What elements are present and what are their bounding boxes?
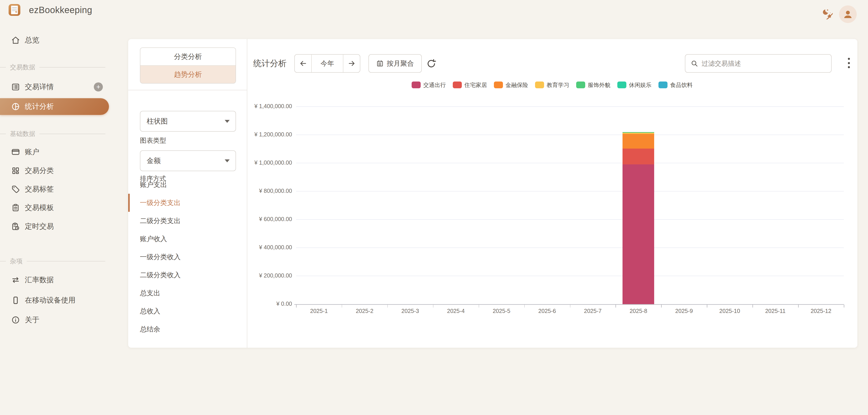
y-axis-tick-label: ¥ 1,200,000.00 <box>224 131 292 138</box>
info-icon <box>11 316 20 324</box>
bar-segment-交通出行[interactable] <box>622 164 654 304</box>
sidebar-item-overview[interactable]: 总览 <box>0 32 113 48</box>
bar-segment-金融保险[interactable] <box>622 134 654 148</box>
legend-item[interactable]: 服饰外貌 <box>576 81 611 89</box>
sidebar-item-exchange-rates[interactable]: 汇率数据 <box>0 272 113 288</box>
bar-segment-教育学习[interactable] <box>622 133 654 134</box>
metric-list-item[interactable]: 一级分类支出 <box>128 194 247 212</box>
x-axis-tick-label: 2025-1 <box>299 308 339 314</box>
x-axis-tick-label: 2025-9 <box>664 308 704 314</box>
refresh-button[interactable] <box>426 59 436 70</box>
sidebar-item-tags[interactable]: 交易标签 <box>0 181 113 198</box>
sidebar-item-label: 定时交易 <box>25 221 54 232</box>
app-logo-icon: $ <box>8 4 20 16</box>
metric-list-item[interactable]: 账户收入 <box>128 230 247 248</box>
analysis-tab-group: 分类分析 趋势分析 <box>140 47 236 83</box>
sidebar-item-accounts[interactable]: 账户 <box>0 144 113 160</box>
legend-swatch <box>494 81 503 88</box>
add-transaction-button[interactable]: + <box>94 82 103 92</box>
next-range-button[interactable] <box>343 55 360 72</box>
x-axis-tick <box>524 305 525 308</box>
sidebar-item-mobile[interactable]: 在移动设备使用 <box>0 292 113 309</box>
calendar-icon <box>376 60 383 67</box>
sidebar-item-templates[interactable]: 交易模板 <box>0 199 113 216</box>
sidebar-item-label: 总览 <box>25 35 39 45</box>
tab-category-analysis[interactable]: 分类分析 <box>141 48 236 65</box>
sidebar-item-statistics[interactable]: 统计分析 <box>0 98 109 115</box>
legend-label: 住宅家居 <box>465 81 487 89</box>
sidebar-item-label: 统计分析 <box>25 102 54 111</box>
legend-item[interactable]: 交通出行 <box>412 81 446 89</box>
sidebar-item-about[interactable]: 关于 <box>0 312 113 328</box>
user-avatar[interactable] <box>839 5 857 23</box>
bar-segment-服饰外貌[interactable] <box>622 132 654 133</box>
sort-mode-value: 金额 <box>147 156 225 166</box>
x-axis-tick <box>752 305 753 308</box>
sidebar-item-categories[interactable]: 交易分类 <box>0 162 113 179</box>
statistics-card: 分类分析 趋势分析 图表类型 柱状图 排序方式 金额 账户支出一级分类支出二级分… <box>128 39 857 348</box>
bar-segment-住宅家居[interactable] <box>622 148 654 164</box>
categories-grid-icon <box>11 166 20 175</box>
search-box <box>685 54 832 73</box>
x-axis-tick <box>798 305 799 308</box>
aggregate-by-month-label: 按月聚合 <box>387 59 414 68</box>
metric-list-item[interactable]: 总支出 <box>128 284 247 302</box>
legend-item[interactable]: 金融保险 <box>494 81 528 89</box>
date-range-button[interactable]: 今年 <box>311 55 343 72</box>
clipboard-icon <box>11 203 20 212</box>
chevron-down-icon <box>225 120 230 123</box>
more-options-button[interactable] <box>844 58 853 68</box>
x-axis-tick <box>707 305 707 308</box>
y-gridline <box>296 219 844 220</box>
sidebar-item-label: 交易分类 <box>25 166 54 176</box>
page-title: 统计分析 <box>253 58 287 69</box>
sidebar-item-label: 关于 <box>25 315 39 325</box>
legend-label: 教育学习 <box>547 81 569 89</box>
sidebar-item-transaction-list[interactable]: 交易详情 + <box>0 78 113 95</box>
x-axis-tick-label: 2025-2 <box>344 308 385 314</box>
metric-list-item[interactable]: 二级分类支出 <box>128 212 247 230</box>
legend-item[interactable]: 住宅家居 <box>453 81 487 89</box>
y-axis-tick-label: ¥ 1,400,000.00 <box>224 103 292 109</box>
legend-label: 休闲娱乐 <box>629 81 652 89</box>
legend-item[interactable]: 教育学习 <box>535 81 569 89</box>
search-input[interactable] <box>701 60 827 68</box>
sidebar-item-label: 在移动设备使用 <box>25 295 75 305</box>
transaction-list-icon <box>11 83 20 91</box>
home-icon <box>11 36 20 44</box>
legend-item[interactable]: 食品饮料 <box>658 81 693 89</box>
x-axis-tick-label: 2025-5 <box>481 308 522 314</box>
sidebar-item-label: 交易模板 <box>25 203 54 213</box>
aggregate-by-month-button[interactable]: 按月聚合 <box>368 54 422 73</box>
chart-type-value: 柱状图 <box>147 116 225 126</box>
metric-list-item[interactable]: 账户支出 <box>128 176 247 194</box>
pie-chart-icon <box>11 102 20 111</box>
metric-list-item[interactable]: 二级分类收入 <box>128 266 247 284</box>
y-gridline <box>296 247 844 248</box>
chart-type-label: 图表类型 <box>140 136 166 145</box>
sidebar-item-label: 汇率数据 <box>25 275 54 285</box>
sidebar-item-scheduled[interactable]: 定时交易 <box>0 218 113 235</box>
legend-swatch <box>535 81 544 88</box>
x-axis-tick <box>844 305 844 308</box>
metric-list-item[interactable]: 总结余 <box>128 320 247 338</box>
sidebar-section-transactions: 交易数据 <box>0 63 105 72</box>
x-axis-tick <box>433 305 434 308</box>
y-gridline <box>296 191 844 192</box>
metric-list-item[interactable]: 总收入 <box>128 302 247 320</box>
sidebar-item-label: 交易详情 <box>25 82 54 92</box>
sort-mode-select[interactable]: 金额 <box>140 150 236 171</box>
legend-swatch <box>576 81 585 88</box>
x-axis-tick-label: 2025-3 <box>390 308 431 314</box>
sidebar-item-label: 交易标签 <box>25 184 54 194</box>
legend-item[interactable]: 休闲娱乐 <box>617 81 652 89</box>
x-axis-tick <box>479 305 479 308</box>
metric-list-item[interactable]: 一级分类收入 <box>128 248 247 266</box>
chart-type-select[interactable]: 柱状图 <box>140 111 236 132</box>
tab-trend-analysis[interactable]: 趋势分析 <box>141 66 236 83</box>
theme-toggle-icon[interactable] <box>822 8 833 20</box>
prev-range-button[interactable] <box>295 55 311 72</box>
panel-section-divider <box>128 90 247 90</box>
x-axis-tick-label: 2025-6 <box>527 308 567 314</box>
y-gridline <box>296 135 844 135</box>
